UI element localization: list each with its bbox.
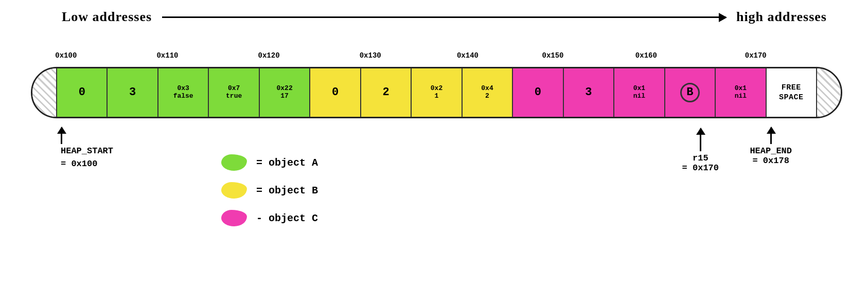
memory-bar: 0 3 0x3false 0x7true 0x2217 0 2 0x21 0x4… [31, 67, 842, 118]
rls-label: r15 [682, 153, 719, 163]
cell-a3: 0x3false [158, 68, 209, 117]
address-labels: 0x100 0x110 0x120 0x130 0x140 0x150 0x16… [31, 51, 842, 66]
addr-0x100: 0x100 [55, 51, 77, 60]
cell-free: FREESPACE [767, 68, 816, 117]
cell-c4: B [665, 68, 716, 117]
legend-item-c: - object C [221, 210, 318, 226]
cell-a1: 0 [57, 68, 108, 117]
cell-c1: 0 [513, 68, 563, 117]
heap-end-annotation: HEAP_END = 0x178 [750, 128, 792, 166]
legend: = object A = object B - object C [221, 154, 318, 238]
circle-b-icon: B [680, 83, 700, 102]
legend-label-a: = object A [256, 157, 318, 169]
legend-blob-a [221, 154, 247, 171]
legend-label-b: = object B [256, 185, 318, 196]
header-area: Low addresses high addresses [62, 9, 827, 25]
legend-blob-b [221, 182, 247, 199]
cells-container: 0 3 0x3false 0x7true 0x2217 0 2 0x21 0x4… [57, 68, 816, 117]
rls-value: = 0x170 [682, 163, 719, 173]
legend-item-a: = object A [221, 154, 318, 171]
high-addresses-label: high addresses [736, 9, 827, 25]
low-addresses-label: Low addresses [62, 9, 152, 25]
heap-start-label: HEAP_START [61, 146, 113, 156]
cell-a5: 0x2217 [260, 68, 310, 117]
legend-item-b: = object B [221, 182, 318, 199]
addr-0x150: 0x150 [542, 51, 564, 60]
rls-annotation: r15 = 0x170 [682, 129, 719, 173]
legend-blob-c [221, 210, 247, 226]
addr-0x170: 0x170 [745, 51, 767, 60]
heap-start-annotation: HEAP_START = 0x100 [61, 128, 113, 169]
heap-end-label: HEAP_END [750, 146, 792, 156]
heap-end-value: = 0x178 [750, 156, 792, 166]
addr-0x140: 0x140 [457, 51, 479, 60]
direction-arrow [162, 16, 726, 18]
hatch-right [816, 68, 841, 117]
cell-b4: 0x42 [463, 68, 513, 117]
cell-b1: 0 [310, 68, 361, 117]
main-canvas: Low addresses high addresses 0x100 0x110… [0, 0, 868, 286]
legend-label-c: - object C [256, 212, 318, 224]
addr-0x160: 0x160 [635, 51, 657, 60]
addr-0x110: 0x110 [156, 51, 178, 60]
cell-c3: 0x1nil [614, 68, 665, 117]
cell-b3: 0x21 [412, 68, 462, 117]
cell-a4: 0x7true [209, 68, 259, 117]
cell-c5: 0x1nil [716, 68, 766, 117]
addr-0x120: 0x120 [258, 51, 280, 60]
memory-bar-wrapper: 0x100 0x110 0x120 0x130 0x140 0x150 0x16… [31, 51, 842, 118]
addr-0x130: 0x130 [360, 51, 381, 60]
hatch-left [32, 68, 57, 117]
cell-a2: 3 [108, 68, 158, 117]
cell-b2: 2 [361, 68, 412, 117]
heap-start-value: = 0x100 [61, 159, 113, 169]
cell-c2: 3 [564, 68, 614, 117]
